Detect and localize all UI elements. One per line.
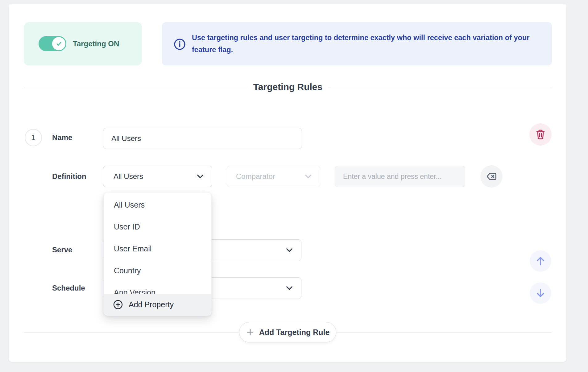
serve-label: Serve bbox=[52, 245, 72, 254]
schedule-label: Schedule bbox=[52, 283, 85, 293]
dropdown-option-all-users[interactable]: All Users bbox=[104, 194, 211, 216]
dropdown-option-user-id[interactable]: User ID bbox=[104, 216, 211, 238]
info-icon bbox=[173, 38, 186, 51]
add-property-label: Add Property bbox=[129, 300, 174, 309]
toggle-knob bbox=[52, 37, 65, 50]
comparator-select[interactable]: Comparator bbox=[227, 166, 320, 187]
arrow-down-icon bbox=[534, 287, 547, 300]
comparison-value-input[interactable] bbox=[335, 166, 465, 187]
add-targeting-rule-label: Add Targeting Rule bbox=[259, 328, 330, 337]
dropdown-option-country[interactable]: Country bbox=[104, 260, 211, 282]
rule-name-input[interactable] bbox=[103, 128, 302, 149]
dropdown-option-user-email[interactable]: User Email bbox=[104, 238, 211, 260]
move-rule-down-button[interactable] bbox=[530, 282, 551, 304]
chevron-down-icon bbox=[305, 174, 312, 179]
property-dropdown-options: All Users User ID User Email Country App… bbox=[104, 192, 211, 294]
clear-value-button[interactable] bbox=[480, 165, 503, 188]
targeting-toggle-label: Targeting ON bbox=[73, 22, 119, 65]
chevron-down-icon bbox=[197, 174, 204, 179]
trash-icon bbox=[535, 129, 546, 140]
backspace-icon bbox=[486, 171, 497, 182]
definition-label: Definition bbox=[52, 172, 86, 181]
plus-circle-icon bbox=[113, 300, 123, 310]
property-select-value: All Users bbox=[103, 172, 143, 181]
info-banner-text: Use targeting rules and user targeting t… bbox=[192, 32, 534, 56]
targeting-toggle[interactable] bbox=[39, 36, 66, 51]
chevron-down-icon bbox=[286, 286, 293, 290]
section-title: Targeting Rules bbox=[247, 81, 329, 93]
rule-number-badge: 1 bbox=[25, 129, 42, 146]
delete-rule-button[interactable] bbox=[529, 123, 552, 146]
dropdown-option-app-version[interactable]: App Version bbox=[104, 282, 211, 294]
info-banner: Use targeting rules and user targeting t… bbox=[162, 22, 552, 65]
plus-icon bbox=[246, 328, 255, 337]
targeting-card: Targeting ON Use targeting rules and use… bbox=[9, 4, 566, 362]
chevron-down-icon bbox=[286, 248, 293, 252]
arrow-up-icon bbox=[534, 254, 547, 267]
targeting-toggle-container: Targeting ON bbox=[24, 22, 142, 65]
name-label: Name bbox=[52, 133, 72, 142]
add-targeting-rule-button[interactable]: Add Targeting Rule bbox=[239, 322, 336, 342]
move-rule-up-button[interactable] bbox=[530, 250, 551, 272]
comparator-select-placeholder: Comparator bbox=[227, 172, 275, 181]
property-select[interactable]: All Users bbox=[103, 166, 212, 187]
add-property-item[interactable]: Add Property bbox=[104, 294, 211, 316]
property-dropdown-menu: All Users User ID User Email Country App… bbox=[103, 192, 212, 316]
check-icon bbox=[56, 40, 62, 47]
